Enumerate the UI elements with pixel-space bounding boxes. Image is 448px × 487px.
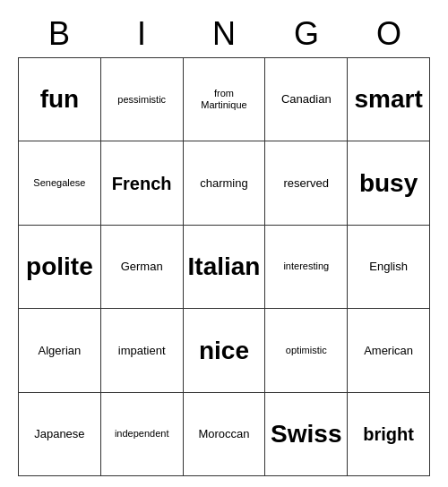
bingo-cell: Swiss — [265, 393, 348, 476]
bingo-card: BINGO funpessimisticfromMartiniqueCanadi… — [18, 11, 430, 476]
bingo-cell: Japanese — [19, 393, 101, 476]
bingo-cell: Moroccan — [184, 393, 266, 476]
bingo-cell: impatient — [101, 309, 184, 392]
cell-text: optimistic — [286, 345, 327, 356]
bingo-cell: Algerian — [19, 309, 101, 392]
cell-text: busy — [359, 168, 418, 199]
header-letter: O — [348, 11, 430, 57]
bingo-cell: bright — [348, 393, 430, 476]
bingo-cell: nice — [184, 309, 266, 392]
bingo-cell: pessimistic — [101, 58, 184, 141]
cell-text: fun — [40, 84, 80, 115]
bingo-cell: fun — [19, 58, 101, 141]
cell-text: nice — [199, 336, 249, 366]
cell-text: polite — [26, 252, 93, 282]
cell-text: Algerian — [39, 344, 82, 358]
cell-text: independent — [115, 428, 169, 440]
bingo-cell: interesting — [265, 226, 348, 309]
cell-text: reserved — [284, 176, 330, 191]
bingo-cell: optimistic — [265, 309, 348, 392]
bingo-header: BINGO — [18, 11, 430, 57]
bingo-row: SenegaleseFrenchcharmingreservedbusy — [19, 141, 430, 225]
cell-text: French — [112, 173, 172, 194]
bingo-cell: reserved — [265, 141, 348, 225]
bingo-cell: Senegalese — [19, 141, 101, 225]
cell-text: American — [364, 344, 413, 358]
cell-text: English — [369, 260, 408, 274]
bingo-cell: French — [101, 141, 184, 225]
header-letter: B — [18, 11, 100, 57]
header-letter: I — [100, 11, 183, 57]
cell-text: Swiss — [271, 419, 341, 449]
cell-text: Japanese — [34, 427, 84, 441]
bingo-cell: independent — [101, 393, 184, 476]
bingo-cell: German — [101, 226, 184, 309]
bingo-cell: American — [348, 309, 430, 392]
header-letter: N — [183, 11, 265, 57]
bingo-row: funpessimisticfromMartiniqueCanadiansmar… — [19, 58, 430, 141]
cell-text: pessimistic — [117, 94, 166, 106]
bingo-row: AlgerianimpatientniceoptimisticAmerican — [19, 309, 430, 392]
bingo-cell: Canadian — [265, 58, 348, 141]
bingo-cell: smart — [348, 58, 430, 141]
cell-text: charming — [200, 176, 247, 191]
bingo-grid: funpessimisticfromMartiniqueCanadiansmar… — [18, 57, 430, 476]
cell-text: Moroccan — [198, 427, 249, 441]
bingo-cell: polite — [19, 226, 101, 309]
cell-text: smart — [354, 84, 422, 115]
cell-text: interesting — [283, 261, 329, 272]
bingo-cell: fromMartinique — [184, 58, 266, 141]
bingo-cell: English — [348, 226, 430, 309]
cell-text: Canadian — [281, 92, 332, 107]
bingo-cell: Italian — [184, 226, 266, 309]
cell-text: Italian — [188, 252, 261, 282]
bingo-row: politeGermanItalianinterestingEnglish — [19, 226, 430, 309]
cell-text: Senegalese — [33, 177, 85, 189]
cell-text: German — [121, 260, 163, 274]
cell-text: bright — [363, 423, 414, 445]
cell-text: impatient — [118, 344, 166, 358]
header-letter: G — [265, 11, 348, 57]
bingo-cell: charming — [184, 141, 266, 225]
cell-text: fromMartinique — [201, 88, 246, 111]
bingo-row: JapaneseindependentMoroccanSwissbright — [19, 393, 430, 476]
bingo-cell: busy — [348, 141, 430, 225]
